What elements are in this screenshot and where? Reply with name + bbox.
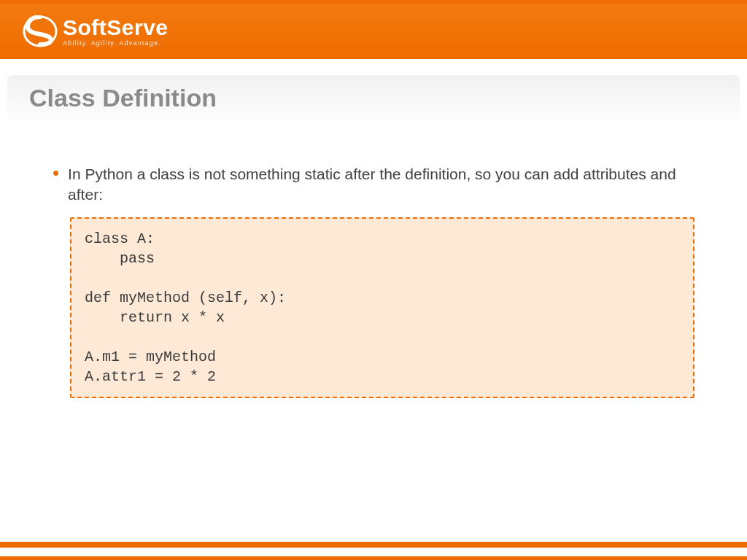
brand-logo-text: SoftServe Ability. Agility. Advantage. — [63, 17, 169, 47]
code-block: class A: pass def myMethod (self, x): re… — [70, 217, 694, 398]
brand-logo-icon — [22, 15, 58, 47]
brand-name: SoftServe — [63, 17, 169, 39]
footer-accent-bar — [0, 542, 747, 548]
bullet-icon: • — [53, 164, 59, 182]
content-area: • In Python a class is not something sta… — [0, 120, 747, 398]
brand-tagline: Ability. Agility. Advantage. — [63, 40, 169, 47]
bullet-text: In Python a class is not something stati… — [68, 164, 694, 206]
title-bar: Class Definition — [7, 75, 740, 120]
page-title: Class Definition — [29, 84, 217, 112]
header-bar: SoftServe Ability. Agility. Advantage. — [0, 4, 747, 59]
brand-logo: SoftServe Ability. Agility. Advantage. — [22, 15, 169, 47]
slide: SoftServe Ability. Agility. Advantage. C… — [0, 0, 747, 560]
bullet-item: • In Python a class is not something sta… — [53, 164, 694, 206]
code-content: class A: pass def myMethod (self, x): re… — [85, 229, 680, 386]
